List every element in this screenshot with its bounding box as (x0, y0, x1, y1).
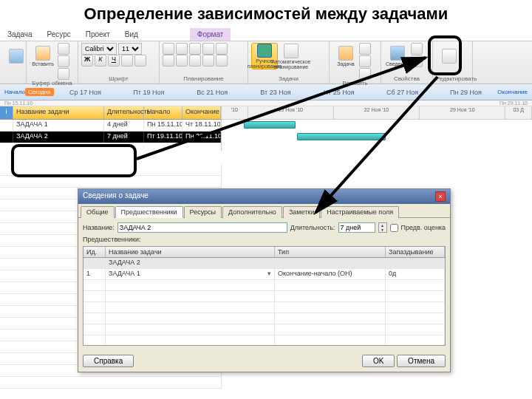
link-icon[interactable] (189, 43, 201, 55)
notes-icon[interactable] (411, 43, 423, 55)
properties-label: Свойства (384, 75, 429, 82)
timeline-end-date: Пн 29.11.10 (499, 100, 528, 106)
tab-notes[interactable]: Заметки (283, 206, 320, 218)
milestone-icon[interactable] (359, 55, 371, 67)
bold-icon[interactable]: Ж (81, 55, 93, 66)
task-header: i Название задачи Длительность Начало Ок… (0, 106, 221, 120)
timeline-tick: Пт 19 Ноя (117, 89, 180, 96)
tab-advanced[interactable]: Дополнительно (222, 206, 282, 218)
font-color-icon[interactable] (121, 55, 133, 66)
timeline-tick: Чт 25 Ноя (307, 89, 371, 96)
cut-icon[interactable] (58, 43, 69, 55)
predecessors-table: Ид. Название задачи Тип Запаздывание ЗАД… (83, 246, 446, 346)
timeline-tick: Сб 27 Ноя (371, 89, 434, 96)
pred-row[interactable]: 1 ЗАДАЧА 1▾ Окончание-начало (ОН) 0д (83, 269, 445, 280)
ok-button[interactable]: OK (362, 355, 395, 367)
timeline-today[interactable]: Сегодня (25, 88, 54, 96)
tab-resource[interactable]: Ресурс (40, 28, 78, 41)
pred-col-name[interactable]: Название задачи (106, 247, 275, 257)
dialog-tabs: Общие Предшественники Ресурсы Дополнител… (78, 204, 450, 218)
insert-task-button[interactable]: Задача (332, 43, 359, 69)
pct25-icon[interactable] (176, 55, 188, 66)
timeline-tick: Ср 17 Ноя (54, 89, 117, 96)
task-info-dialog: Сведения о задаче × Общие Предшественник… (78, 188, 451, 372)
duration-input[interactable] (338, 222, 375, 233)
task-row-selected[interactable]: ЗАДАЧА 27 днейПт 19.11.10Пн 29.11.10 (0, 132, 221, 143)
italic-icon[interactable]: К (95, 55, 106, 66)
pred-col-id[interactable]: Ид. (83, 247, 106, 257)
tab-predecessors[interactable]: Предшественники (115, 206, 183, 218)
pred-col-type[interactable]: Тип (275, 247, 386, 257)
estimate-label: Предв. оценка (401, 224, 446, 231)
timeline: Начало Сегодня Ср 17 Ноя Пт 19 Ноя Вс 21… (0, 84, 532, 100)
tab-resources[interactable]: Ресурсы (184, 206, 222, 218)
dialog-body: Название: Длительность: ▲▼ Предв. оценка… (78, 217, 450, 350)
pct0-icon[interactable] (163, 55, 174, 66)
pct100-icon[interactable] (216, 55, 228, 66)
info-icon (390, 46, 405, 61)
split-icon[interactable] (216, 43, 228, 55)
pct75-icon[interactable] (202, 55, 214, 66)
auto-icon (284, 44, 299, 58)
summary-icon[interactable] (359, 43, 371, 55)
task-name-input[interactable] (117, 222, 287, 233)
deliverable-icon[interactable] (359, 68, 371, 80)
details-icon[interactable] (411, 55, 423, 67)
main-area: i Название задачи Длительность Начало Ок… (0, 106, 532, 151)
gantt-week: 22 Ноя '10 (334, 106, 420, 119)
pred-col-lag[interactable]: Запаздывание (386, 247, 445, 257)
col-name[interactable]: Название задачи (13, 106, 104, 119)
gantt-week: 15 Ноя '10 (248, 106, 334, 119)
task-row[interactable]: ЗАДАЧА 14 днейПн 15.11.10Чт 18.11.10 (0, 120, 221, 132)
indent-left-icon[interactable] (163, 43, 174, 55)
clipboard-label: Буфер обмена (30, 80, 75, 86)
font-name-select[interactable]: Calibri (81, 43, 117, 55)
task-info-button[interactable]: Сведения (384, 43, 411, 69)
dialog-titlebar[interactable]: Сведения о задаче × (78, 189, 450, 204)
col-duration[interactable]: Длительность (104, 106, 144, 119)
help-button[interactable]: Справка (83, 355, 134, 367)
close-icon[interactable]: × (435, 191, 446, 202)
gantt-week: 03 Д (505, 106, 532, 119)
unlink-icon[interactable] (202, 43, 214, 55)
paste-button[interactable]: Вставить (30, 43, 56, 69)
auto-schedule-button[interactable]: Автоматическое планирование (278, 43, 304, 69)
underline-icon[interactable]: Ч (108, 55, 120, 66)
copy-icon[interactable] (58, 55, 69, 67)
estimate-checkbox[interactable] (390, 224, 398, 232)
gantt-week: 29 Ноя '10 (420, 106, 505, 119)
dropdown-icon[interactable]: ▾ (267, 270, 271, 277)
timeline-start: Начало (4, 89, 25, 95)
format-painter-icon[interactable] (58, 68, 69, 80)
tab-project[interactable]: Проект (78, 28, 117, 41)
col-start[interactable]: Начало (144, 106, 183, 119)
tasks-label: Задачи (251, 75, 326, 82)
font-label: Шрифт (81, 75, 156, 82)
gantt-bar-task2[interactable] (297, 133, 386, 140)
scroll-to-task-button[interactable] (436, 43, 463, 69)
gantt-bar-task1[interactable] (244, 121, 296, 129)
tab-task[interactable]: Задача (0, 28, 40, 41)
cancel-button[interactable]: Отмена (397, 355, 446, 367)
edit-label: Редактировать (436, 75, 469, 82)
pred-row[interactable]: ЗАДАЧА 2 (83, 258, 445, 269)
spinner-icon[interactable]: ▲▼ (378, 222, 387, 233)
dialog-title-text: Сведения о задаче (83, 191, 149, 202)
font-size-select[interactable]: 11 (118, 43, 142, 55)
fill-color-icon[interactable] (134, 55, 146, 66)
info-column-icon[interactable]: i (0, 106, 13, 119)
timeline-tick: Вт 23 Ноя (244, 89, 307, 96)
tab-custom-fields[interactable]: Настраиваемые поля (321, 206, 399, 218)
gantt-view-button[interactable] (3, 43, 30, 69)
duration-label: Длительность: (290, 224, 335, 231)
pct50-icon[interactable] (189, 55, 201, 66)
indent-right-icon[interactable] (176, 43, 188, 55)
tab-general[interactable]: Общие (81, 206, 115, 218)
gantt-week: '10 (222, 106, 248, 119)
timeline-start-date: Пн 15.11.10 (4, 100, 33, 106)
col-end[interactable]: Окончание (183, 106, 221, 119)
timeline-tick: Вс 21 Ноя (180, 89, 244, 96)
ribbon-tabs: Задача Ресурс Проект Вид Формат (0, 28, 532, 41)
tab-view[interactable]: Вид (117, 28, 146, 41)
tab-format[interactable]: Формат (190, 28, 231, 41)
